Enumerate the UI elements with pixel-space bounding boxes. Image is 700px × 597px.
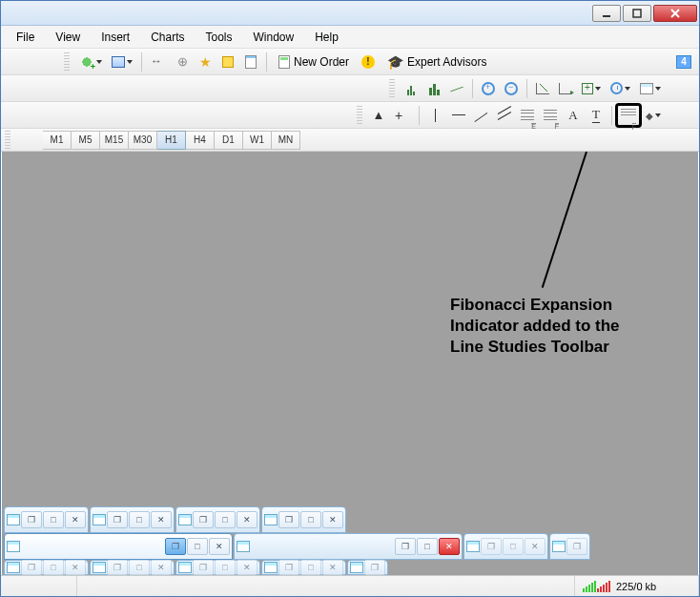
zoom-in-button[interactable] [478,78,499,99]
auto-scroll-button[interactable] [532,78,553,99]
close-button[interactable] [653,5,697,22]
minimize-button[interactable] [592,5,621,22]
close-icon[interactable]: ✕ [322,560,343,575]
restore-icon[interactable]: ❐ [481,538,502,555]
child-window[interactable]: ❐ □ ✕ [175,506,260,533]
child-window[interactable]: ❐ [549,533,590,560]
restore-icon[interactable]: ❐ [364,560,385,575]
close-icon[interactable]: ✕ [151,560,172,575]
text-button[interactable]: A [563,105,584,126]
child-window[interactable]: ❐ □ ✕ [261,560,346,575]
expert-advisors-button[interactable]: 🎓Expert Advisors [381,51,493,72]
timeframe-mn[interactable]: MN [272,131,300,150]
maximize-icon[interactable]: □ [215,511,236,528]
restore-icon[interactable]: ❐ [395,538,416,555]
restore-icon[interactable]: ❐ [193,511,214,528]
child-window[interactable]: ❐ [347,560,388,575]
maximize-icon[interactable]: □ [43,560,64,575]
maximize-icon[interactable]: □ [300,511,321,528]
timeframe-m30[interactable]: M30 [129,131,157,150]
fibonacci-expansion-button[interactable]: F [617,105,640,126]
terminal-button[interactable] [217,51,238,72]
menu-view[interactable]: View [46,28,90,47]
line-chart-button[interactable] [446,78,467,99]
close-icon[interactable]: ✕ [209,538,230,555]
text-label-button[interactable]: T [586,105,607,126]
close-icon[interactable]: ✕ [237,560,257,575]
timeframe-d1[interactable]: D1 [215,131,243,150]
timeframe-h4[interactable]: H4 [186,131,215,150]
toolbar-grip[interactable] [357,106,362,125]
timeframe-w1[interactable]: W1 [243,131,272,150]
new-order-button[interactable]: New Order [272,51,356,72]
menu-insert[interactable]: Insert [92,28,139,47]
maximize-button[interactable] [623,5,651,22]
meta-editor-button[interactable]: ! [358,51,379,72]
indicators-button[interactable] [578,78,605,99]
restore-icon[interactable]: ❐ [278,511,299,528]
maximize-icon[interactable]: □ [187,538,208,555]
toolbar-grip[interactable] [5,131,10,150]
restore-icon[interactable]: ❐ [21,560,42,575]
maximize-icon[interactable]: □ [43,511,64,528]
bar-chart-button[interactable] [401,78,422,99]
close-icon[interactable]: ✕ [237,511,257,528]
profiles-button[interactable] [108,51,136,72]
fibonacci-retracement-button[interactable]: E [517,105,538,126]
maximize-icon[interactable]: □ [129,511,150,528]
navigator-button[interactable]: ⊕ [172,51,193,72]
restore-icon[interactable]: ❐ [566,538,587,555]
menu-window[interactable]: Window [244,28,304,47]
close-icon[interactable]: ✕ [65,560,86,575]
child-window[interactable]: ❐ □ ✕ [4,506,89,533]
trendline-button[interactable] [471,105,492,126]
timeframe-m1[interactable]: M1 [43,131,72,150]
menu-charts[interactable]: Charts [141,28,194,47]
menu-help[interactable]: Help [305,28,348,47]
maximize-icon[interactable]: □ [417,538,438,555]
restore-icon[interactable]: ❐ [193,560,214,575]
chart-shift-button[interactable] [555,78,576,99]
periodicity-button[interactable] [607,78,634,99]
horizontal-line-button[interactable] [448,105,469,126]
crosshair-button[interactable] [391,105,414,126]
vertical-line-button[interactable] [424,105,446,126]
menu-file[interactable]: File [7,28,44,47]
close-icon[interactable]: ✕ [65,511,86,528]
restore-icon[interactable]: ❐ [107,560,128,575]
notifications-button[interactable]: 4 [672,51,695,72]
maximize-icon[interactable]: □ [503,538,524,555]
menu-tools[interactable]: Tools [196,28,242,47]
restore-icon[interactable]: ❐ [107,511,128,528]
restore-icon[interactable]: ❐ [278,560,299,575]
close-icon[interactable]: ✕ [525,538,546,555]
child-window-active[interactable]: ❐ □ ✕ [4,533,233,560]
market-watch-button[interactable] [147,51,170,72]
close-icon[interactable]: ✕ [322,511,343,528]
templates-button[interactable] [636,78,665,99]
maximize-icon[interactable]: □ [300,560,321,575]
candlestick-button[interactable] [423,78,444,99]
status-connection[interactable]: 225/0 kb [575,576,699,596]
maximize-icon[interactable]: □ [129,560,150,575]
child-window[interactable]: ❐ □ ✕ [90,506,175,533]
child-window[interactable]: ❐ □ ✕ [234,533,463,560]
child-window[interactable]: ❐ □ ✕ [261,506,346,533]
child-window[interactable]: ❐ □ ✕ [175,560,260,575]
shapes-button[interactable] [642,105,665,126]
maximize-icon[interactable]: □ [215,560,236,575]
toolbar-grip[interactable] [64,52,70,72]
cursor-button[interactable]: ▲ [368,105,389,126]
child-window[interactable]: ❐ □ ✕ [4,560,89,575]
toolbar-grip[interactable] [389,79,395,98]
data-window-button[interactable]: ★ [195,51,216,72]
fibonacci-channel-button[interactable]: F [540,105,561,126]
restore-icon[interactable]: ❐ [21,511,42,528]
timeframe-h1[interactable]: H1 [157,131,186,150]
child-window[interactable]: ❐ □ ✕ [90,560,175,575]
zoom-out-button[interactable] [501,78,522,99]
new-chart-button[interactable] [75,51,106,72]
restore-icon[interactable]: ❐ [165,538,186,555]
timeframe-m5[interactable]: M5 [72,131,100,150]
equidistant-channel-button[interactable] [494,105,515,126]
